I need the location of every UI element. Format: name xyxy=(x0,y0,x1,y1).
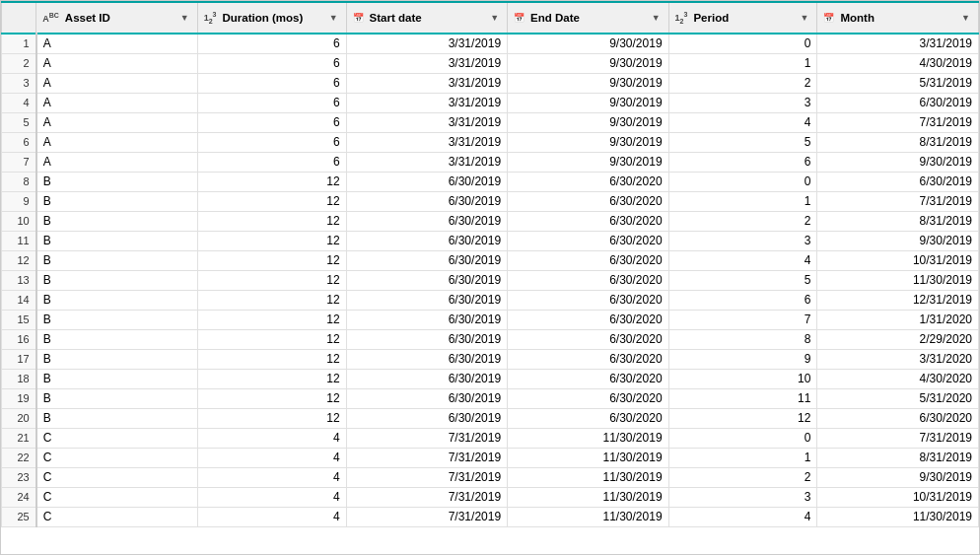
filter-duration[interactable]: ▼ xyxy=(327,12,340,24)
cell-month: 4/30/2019 xyxy=(817,53,979,73)
table-header: ABC Asset ID ▼ 123 Duration (mos) ▼ xyxy=(2,2,979,34)
col-header-period[interactable]: 123 Period ▼ xyxy=(668,2,817,34)
cell-duration: 12 xyxy=(197,349,346,369)
cell-month: 10/31/2019 xyxy=(817,487,979,507)
cell-period: 1 xyxy=(668,53,817,73)
cell-duration: 6 xyxy=(197,152,346,172)
cell-start: 6/30/2019 xyxy=(346,270,507,290)
cal-icon-start: 📅 xyxy=(353,13,364,23)
table-row[interactable]: 14B126/30/20196/30/2020612/31/2019 xyxy=(2,290,979,310)
filter-start[interactable]: ▼ xyxy=(488,12,501,24)
cell-end: 6/30/2020 xyxy=(508,290,668,310)
col-header-duration[interactable]: 123 Duration (mos) ▼ xyxy=(197,2,346,34)
cell-start: 6/30/2019 xyxy=(346,231,507,250)
abc-icon: ABC xyxy=(42,12,59,24)
table-row[interactable]: 11B126/30/20196/30/202039/30/2019 xyxy=(2,231,979,250)
col-header-month[interactable]: 📅 Month ▼ xyxy=(817,2,979,34)
row-number: 12 xyxy=(2,250,36,270)
cell-start: 7/31/2019 xyxy=(346,428,507,448)
cell-asset: A xyxy=(36,152,197,172)
table-row[interactable]: 2A63/31/20199/30/201914/30/2019 xyxy=(2,53,979,73)
data-table: ABC Asset ID ▼ 123 Duration (mos) ▼ xyxy=(0,0,980,555)
cell-duration: 12 xyxy=(197,231,346,250)
table-row[interactable]: 5A63/31/20199/30/201947/31/2019 xyxy=(2,112,979,132)
row-number: 25 xyxy=(2,507,36,526)
cell-start: 3/31/2019 xyxy=(346,132,507,152)
table-row[interactable]: 20B126/30/20196/30/2020126/30/2020 xyxy=(2,408,979,428)
table-row[interactable]: 12B126/30/20196/30/2020410/31/2019 xyxy=(2,250,979,270)
cell-end: 6/30/2020 xyxy=(508,172,668,191)
table-row[interactable]: 3A63/31/20199/30/201925/31/2019 xyxy=(2,73,979,93)
cell-end: 11/30/2019 xyxy=(508,507,668,526)
cell-end: 9/30/2019 xyxy=(508,112,668,132)
table-row[interactable]: 1A63/31/20199/30/201903/31/2019 xyxy=(2,34,979,53)
filter-period[interactable]: ▼ xyxy=(799,12,811,24)
table-row[interactable]: 13B126/30/20196/30/2020511/30/2019 xyxy=(2,270,979,290)
cell-end: 6/30/2020 xyxy=(508,408,668,428)
cell-asset: B xyxy=(36,231,197,250)
table-row[interactable]: 22C47/31/201911/30/201918/31/2019 xyxy=(2,448,979,467)
filter-asset[interactable]: ▼ xyxy=(178,12,191,24)
filter-end[interactable]: ▼ xyxy=(650,12,663,24)
cell-duration: 4 xyxy=(197,507,346,526)
table-row[interactable]: 4A63/31/20199/30/201936/30/2019 xyxy=(2,93,979,112)
cell-duration: 6 xyxy=(197,132,346,152)
col-label-asset: Asset ID xyxy=(65,12,110,24)
cal-icon-end: 📅 xyxy=(514,13,525,23)
col-header-start[interactable]: 📅 Start date ▼ xyxy=(346,2,507,34)
row-number: 9 xyxy=(2,191,36,211)
row-number: 15 xyxy=(2,310,36,329)
cell-asset: C xyxy=(36,507,197,526)
cell-month: 5/31/2020 xyxy=(817,388,979,408)
table-row[interactable]: 18B126/30/20196/30/2020104/30/2020 xyxy=(2,369,979,388)
row-number: 6 xyxy=(2,132,36,152)
table-row[interactable]: 24C47/31/201911/30/2019310/31/2019 xyxy=(2,487,979,507)
cell-period: 0 xyxy=(668,172,817,191)
table-row[interactable]: 10B126/30/20196/30/202028/31/2019 xyxy=(2,211,979,231)
row-number: 17 xyxy=(2,349,36,369)
table-row[interactable]: 17B126/30/20196/30/202093/31/2020 xyxy=(2,349,979,369)
table-row[interactable]: 15B126/30/20196/30/202071/31/2020 xyxy=(2,310,979,329)
cell-asset: B xyxy=(36,290,197,310)
cell-month: 11/30/2019 xyxy=(817,270,979,290)
table-row[interactable]: 6A63/31/20199/30/201958/31/2019 xyxy=(2,132,979,152)
table-row[interactable]: 8B126/30/20196/30/202006/30/2019 xyxy=(2,172,979,191)
cell-month: 2/29/2020 xyxy=(817,329,979,349)
table-row[interactable]: 25C47/31/201911/30/2019411/30/2019 xyxy=(2,507,979,526)
table-row[interactable]: 21C47/31/201911/30/201907/31/2019 xyxy=(2,428,979,448)
filter-month[interactable]: ▼ xyxy=(959,12,972,24)
col-header-asset[interactable]: ABC Asset ID ▼ xyxy=(36,2,197,34)
col-header-end[interactable]: 📅 End Date ▼ xyxy=(508,2,668,34)
cell-duration: 12 xyxy=(197,191,346,211)
col-label-end: End Date xyxy=(530,12,580,24)
cell-duration: 12 xyxy=(197,211,346,231)
table-row[interactable]: 7A63/31/20199/30/201969/30/2019 xyxy=(2,152,979,172)
cell-duration: 12 xyxy=(197,310,346,329)
cell-end: 9/30/2019 xyxy=(508,152,668,172)
cell-duration: 6 xyxy=(197,53,346,73)
cell-asset: C xyxy=(36,428,197,448)
cell-month: 5/31/2019 xyxy=(817,73,979,93)
cell-end: 11/30/2019 xyxy=(508,467,668,487)
cell-end: 6/30/2020 xyxy=(508,211,668,231)
cell-asset: B xyxy=(36,329,197,349)
col-label-period: Period xyxy=(693,12,729,24)
cell-end: 6/30/2020 xyxy=(508,270,668,290)
table-row[interactable]: 16B126/30/20196/30/202082/29/2020 xyxy=(2,329,979,349)
cell-duration: 12 xyxy=(197,329,346,349)
cell-month: 4/30/2020 xyxy=(817,369,979,388)
row-number: 19 xyxy=(2,388,36,408)
table-row[interactable]: 9B126/30/20196/30/202017/31/2019 xyxy=(2,191,979,211)
cell-period: 12 xyxy=(668,408,817,428)
cell-start: 6/30/2019 xyxy=(346,310,507,329)
cell-asset: A xyxy=(36,93,197,112)
cell-end: 9/30/2019 xyxy=(508,53,668,73)
cell-start: 6/30/2019 xyxy=(346,349,507,369)
table-row[interactable]: 23C47/31/201911/30/201929/30/2019 xyxy=(2,467,979,487)
cell-duration: 4 xyxy=(197,428,346,448)
cell-asset: C xyxy=(36,467,197,487)
row-number: 14 xyxy=(2,290,36,310)
table-row[interactable]: 19B126/30/20196/30/2020115/31/2020 xyxy=(2,388,979,408)
col-label-duration: Duration (mos) xyxy=(223,12,304,24)
cell-start: 6/30/2019 xyxy=(346,408,507,428)
